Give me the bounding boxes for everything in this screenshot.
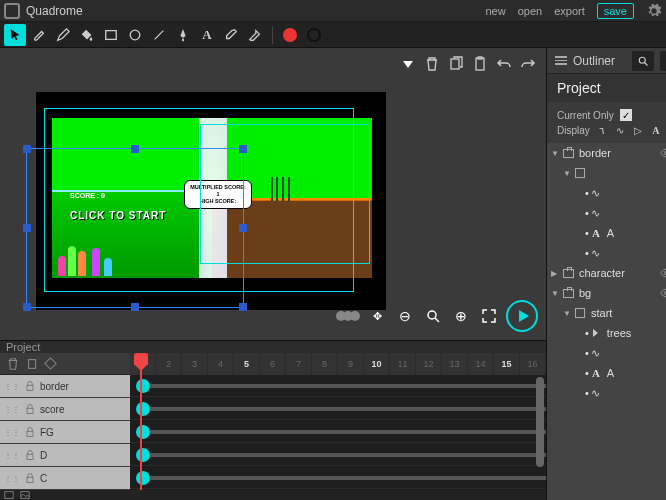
tween[interactable] bbox=[150, 384, 546, 388]
tree-node-start[interactable]: ▼start🔊 bbox=[547, 303, 666, 323]
zoom-out-icon[interactable]: ⊖ bbox=[394, 305, 416, 327]
tree-node[interactable]: •∿ bbox=[547, 343, 666, 363]
tween[interactable] bbox=[150, 453, 546, 457]
tree-node-bg[interactable]: ▼bg bbox=[547, 283, 666, 303]
track[interactable] bbox=[130, 444, 546, 466]
track[interactable] bbox=[130, 467, 546, 489]
tick[interactable]: 7 bbox=[286, 353, 312, 375]
menu-icon[interactable] bbox=[555, 56, 567, 65]
paste-icon[interactable] bbox=[472, 56, 488, 72]
project-header[interactable]: Project bbox=[547, 74, 666, 102]
keyframe[interactable] bbox=[136, 402, 150, 416]
timeline-ruler[interactable]: 12345678910111213141516 bbox=[130, 353, 546, 375]
keyframe[interactable] bbox=[136, 425, 150, 439]
tree-node[interactable]: •∿ bbox=[547, 203, 666, 223]
tick[interactable]: 3 bbox=[182, 353, 208, 375]
fill-tool[interactable] bbox=[76, 24, 98, 46]
visibility-icon[interactable] bbox=[660, 267, 666, 279]
record-red-icon[interactable] bbox=[279, 24, 301, 46]
tick[interactable]: 14 bbox=[468, 353, 494, 375]
rectangle-tool[interactable] bbox=[100, 24, 122, 46]
tick[interactable]: 15 bbox=[494, 353, 520, 375]
trash-icon[interactable] bbox=[424, 56, 440, 72]
keyframe[interactable] bbox=[136, 379, 150, 393]
share-icon[interactable] bbox=[660, 51, 666, 71]
pen-tool[interactable] bbox=[172, 24, 194, 46]
tree-node[interactable]: ▼ bbox=[547, 163, 666, 183]
resize-handle[interactable] bbox=[23, 303, 31, 311]
tree-node-border[interactable]: ▼border bbox=[547, 143, 666, 163]
track[interactable] bbox=[130, 375, 546, 397]
copy-icon[interactable] bbox=[26, 357, 40, 371]
lock-icon[interactable] bbox=[24, 380, 36, 392]
redo-icon[interactable] bbox=[520, 56, 536, 72]
tick[interactable]: 8 bbox=[312, 353, 338, 375]
lock-icon[interactable] bbox=[24, 426, 36, 438]
visibility-icon[interactable] bbox=[660, 287, 666, 299]
tick[interactable]: 12 bbox=[416, 353, 442, 375]
text-filter-icon[interactable]: A bbox=[650, 124, 662, 136]
tick[interactable]: 11 bbox=[390, 353, 416, 375]
open-button[interactable]: open bbox=[518, 5, 542, 17]
tree-node[interactable]: •∿ bbox=[547, 243, 666, 263]
playhead[interactable] bbox=[140, 353, 142, 490]
layer-row[interactable]: ⋮⋮score bbox=[0, 398, 130, 420]
path-filter-icon[interactable]: ٦ bbox=[596, 124, 608, 136]
copy-icon[interactable] bbox=[448, 56, 464, 72]
track[interactable] bbox=[130, 421, 546, 443]
track[interactable] bbox=[130, 398, 546, 420]
visibility-icon[interactable] bbox=[660, 147, 666, 159]
eraser-tool[interactable] bbox=[244, 24, 266, 46]
tick[interactable]: 16 bbox=[520, 353, 546, 375]
lock-icon[interactable] bbox=[24, 403, 36, 415]
keyframe[interactable] bbox=[136, 471, 150, 485]
settings-icon[interactable] bbox=[646, 3, 662, 19]
tick[interactable]: 4 bbox=[208, 353, 234, 375]
eyedropper-tool[interactable] bbox=[220, 24, 242, 46]
tick[interactable]: 9 bbox=[338, 353, 364, 375]
transform-box[interactable] bbox=[26, 148, 244, 308]
scrollbar[interactable] bbox=[536, 377, 544, 467]
tick[interactable]: 5 bbox=[234, 353, 260, 375]
save-button[interactable]: save bbox=[597, 3, 634, 19]
layer-row[interactable]: ⋮⋮D bbox=[0, 444, 130, 466]
tree-node[interactable]: •AA bbox=[547, 363, 666, 383]
lock-icon[interactable] bbox=[24, 472, 36, 484]
keyframe-icon[interactable] bbox=[44, 357, 57, 370]
tree-node[interactable]: •AA bbox=[547, 223, 666, 243]
tree-node[interactable]: •∿ bbox=[547, 183, 666, 203]
tween[interactable] bbox=[150, 430, 546, 434]
tick[interactable]: 10 bbox=[364, 353, 390, 375]
new-button[interactable]: new bbox=[486, 5, 506, 17]
keyframe[interactable] bbox=[136, 448, 150, 462]
trash-icon[interactable] bbox=[6, 357, 20, 371]
play-button[interactable] bbox=[506, 300, 538, 332]
ellipse-tool[interactable] bbox=[124, 24, 146, 46]
resize-handle[interactable] bbox=[239, 303, 247, 311]
pan-icon[interactable]: ✥ bbox=[366, 305, 388, 327]
layer-row[interactable]: ⋮⋮C bbox=[0, 467, 130, 489]
tween[interactable] bbox=[150, 407, 546, 411]
resize-handle[interactable] bbox=[23, 224, 31, 232]
resize-handle[interactable] bbox=[23, 145, 31, 153]
zoom-in-icon[interactable]: ⊕ bbox=[450, 305, 472, 327]
play-filter-icon[interactable]: ▷ bbox=[632, 124, 644, 136]
record-outline-icon[interactable] bbox=[303, 24, 325, 46]
tick[interactable]: 13 bbox=[442, 353, 468, 375]
lock-icon[interactable] bbox=[24, 449, 36, 461]
line-tool[interactable] bbox=[148, 24, 170, 46]
resize-handle[interactable] bbox=[239, 145, 247, 153]
frame-icon[interactable] bbox=[4, 490, 14, 500]
resize-handle[interactable] bbox=[131, 145, 139, 153]
tree-node-trees[interactable]: •trees bbox=[547, 323, 666, 343]
resize-handle[interactable] bbox=[131, 303, 139, 311]
canvas[interactable]: SCORE : 0 CLICK TO START MULTIPLIED SCOR… bbox=[0, 48, 546, 340]
tree-node[interactable]: •∿ bbox=[547, 383, 666, 403]
dropdown-icon[interactable] bbox=[400, 56, 416, 72]
current-only-checkbox[interactable]: ✓ bbox=[620, 109, 632, 121]
search-icon[interactable] bbox=[632, 51, 654, 71]
pencil-tool[interactable] bbox=[52, 24, 74, 46]
tick[interactable]: 6 bbox=[260, 353, 286, 375]
wave-filter-icon[interactable]: ∿ bbox=[614, 124, 626, 136]
zoom-icon[interactable] bbox=[422, 305, 444, 327]
